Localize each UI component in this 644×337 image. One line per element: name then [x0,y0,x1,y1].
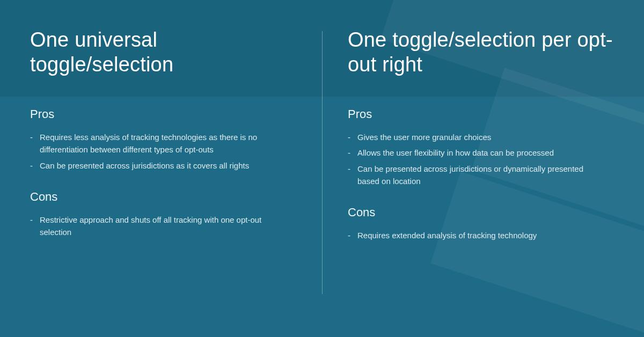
left-cons-label: Cons [30,190,296,204]
left-pros-list: Requires less analysis of tracking techn… [30,131,296,172]
right-cons-list: Requires extended analysis of tracking t… [348,229,614,241]
right-pros-list: Gives the user more granular choicesAllo… [348,131,614,187]
right-pros-label: Pros [348,107,614,121]
list-item: Can be presented across jurisdictions as… [30,159,277,172]
right-cons-label: Cons [348,206,614,219]
list-item: Requires extended analysis of tracking t… [348,229,595,241]
list-item: Allows the user flexibility in how data … [348,146,595,159]
comparison-layout: One universal toggle/selection Pros Requ… [0,0,644,337]
left-pros-label: Pros [30,107,296,121]
list-item: Can be presented across jurisdictions or… [348,163,595,188]
vertical-divider [322,31,323,294]
right-title: One toggle/selection per opt-out right [348,28,614,77]
left-title: One universal toggle/selection [30,28,296,77]
left-cons-list: Restrictive approach and shuts off all t… [30,214,296,239]
list-item: Requires less analysis of tracking techn… [30,131,277,156]
list-item: Gives the user more granular choices [348,131,595,143]
right-column: One toggle/selection per opt-out right P… [322,0,644,337]
left-column: One universal toggle/selection Pros Requ… [0,0,322,337]
list-item: Restrictive approach and shuts off all t… [30,214,277,239]
